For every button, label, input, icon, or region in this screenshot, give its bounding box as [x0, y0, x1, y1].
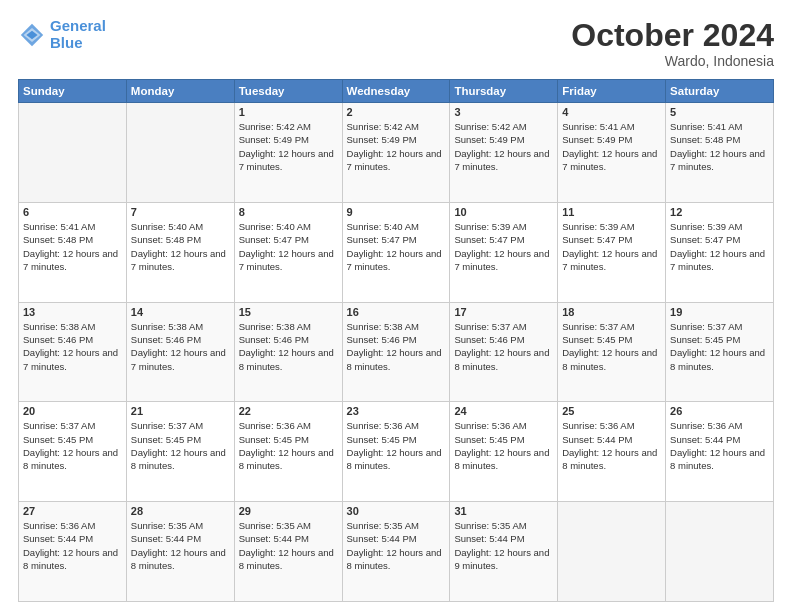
logo-blue: Blue [50, 34, 83, 51]
day-number: 22 [239, 405, 338, 417]
calendar-cell: 27Sunrise: 5:36 AMSunset: 5:44 PMDayligh… [19, 502, 127, 602]
cell-line: Sunrise: 5:39 AM [670, 220, 769, 233]
day-header-wednesday: Wednesday [342, 80, 450, 103]
cell-line: Daylight: 12 hours and 7 minutes. [239, 147, 338, 174]
day-number: 16 [347, 306, 446, 318]
cell-line: Sunrise: 5:40 AM [131, 220, 230, 233]
cell-info: Sunrise: 5:38 AMSunset: 5:46 PMDaylight:… [23, 320, 122, 373]
cell-info: Sunrise: 5:36 AMSunset: 5:44 PMDaylight:… [23, 519, 122, 572]
day-number: 5 [670, 106, 769, 118]
cell-line: Daylight: 12 hours and 8 minutes. [562, 346, 661, 373]
cell-line: Daylight: 12 hours and 7 minutes. [562, 147, 661, 174]
cell-line: Daylight: 12 hours and 8 minutes. [454, 346, 553, 373]
cell-line: Sunrise: 5:37 AM [23, 419, 122, 432]
month-title: October 2024 [571, 18, 774, 53]
cell-line: Sunrise: 5:40 AM [347, 220, 446, 233]
header: General Blue October 2024 Wardo, Indones… [18, 18, 774, 69]
cell-info: Sunrise: 5:35 AMSunset: 5:44 PMDaylight:… [454, 519, 553, 572]
day-header-saturday: Saturday [666, 80, 774, 103]
cell-info: Sunrise: 5:37 AMSunset: 5:45 PMDaylight:… [23, 419, 122, 472]
cell-line: Sunrise: 5:35 AM [347, 519, 446, 532]
cell-info: Sunrise: 5:41 AMSunset: 5:48 PMDaylight:… [23, 220, 122, 273]
cell-line: Sunrise: 5:37 AM [454, 320, 553, 333]
cell-line: Daylight: 12 hours and 7 minutes. [131, 346, 230, 373]
calendar-cell [19, 103, 127, 203]
logo-general: General [50, 17, 106, 34]
cell-line: Daylight: 12 hours and 7 minutes. [670, 247, 769, 274]
day-number: 28 [131, 505, 230, 517]
cell-line: Sunrise: 5:39 AM [454, 220, 553, 233]
day-number: 8 [239, 206, 338, 218]
cell-line: Sunset: 5:47 PM [670, 233, 769, 246]
cell-line: Daylight: 12 hours and 8 minutes. [670, 346, 769, 373]
calendar-cell: 5Sunrise: 5:41 AMSunset: 5:48 PMDaylight… [666, 103, 774, 203]
cell-info: Sunrise: 5:38 AMSunset: 5:46 PMDaylight:… [239, 320, 338, 373]
day-header-thursday: Thursday [450, 80, 558, 103]
cell-line: Sunset: 5:46 PM [131, 333, 230, 346]
cell-line: Sunrise: 5:35 AM [239, 519, 338, 532]
logo-icon [18, 21, 46, 49]
day-number: 7 [131, 206, 230, 218]
day-header-sunday: Sunday [19, 80, 127, 103]
cell-line: Sunset: 5:46 PM [23, 333, 122, 346]
cell-line: Sunset: 5:45 PM [131, 433, 230, 446]
calendar-cell: 15Sunrise: 5:38 AMSunset: 5:46 PMDayligh… [234, 302, 342, 402]
calendar-cell: 6Sunrise: 5:41 AMSunset: 5:48 PMDaylight… [19, 202, 127, 302]
cell-info: Sunrise: 5:42 AMSunset: 5:49 PMDaylight:… [347, 120, 446, 173]
calendar-cell: 11Sunrise: 5:39 AMSunset: 5:47 PMDayligh… [558, 202, 666, 302]
day-number: 18 [562, 306, 661, 318]
cell-info: Sunrise: 5:39 AMSunset: 5:47 PMDaylight:… [670, 220, 769, 273]
cell-line: Sunrise: 5:41 AM [670, 120, 769, 133]
title-block: October 2024 Wardo, Indonesia [571, 18, 774, 69]
calendar-cell: 28Sunrise: 5:35 AMSunset: 5:44 PMDayligh… [126, 502, 234, 602]
cell-info: Sunrise: 5:41 AMSunset: 5:49 PMDaylight:… [562, 120, 661, 173]
cell-line: Sunset: 5:45 PM [347, 433, 446, 446]
cell-info: Sunrise: 5:42 AMSunset: 5:49 PMDaylight:… [239, 120, 338, 173]
cell-line: Sunrise: 5:42 AM [454, 120, 553, 133]
calendar-cell: 9Sunrise: 5:40 AMSunset: 5:47 PMDaylight… [342, 202, 450, 302]
cell-line: Sunset: 5:46 PM [347, 333, 446, 346]
day-number: 19 [670, 306, 769, 318]
cell-line: Sunrise: 5:37 AM [670, 320, 769, 333]
cell-line: Sunrise: 5:39 AM [562, 220, 661, 233]
day-number: 26 [670, 405, 769, 417]
cell-info: Sunrise: 5:38 AMSunset: 5:46 PMDaylight:… [131, 320, 230, 373]
cell-line: Sunset: 5:45 PM [454, 433, 553, 446]
cell-info: Sunrise: 5:36 AMSunset: 5:45 PMDaylight:… [347, 419, 446, 472]
cell-line: Daylight: 12 hours and 8 minutes. [347, 546, 446, 573]
cell-line: Sunset: 5:44 PM [454, 532, 553, 545]
cell-line: Sunrise: 5:41 AM [562, 120, 661, 133]
cell-info: Sunrise: 5:37 AMSunset: 5:45 PMDaylight:… [670, 320, 769, 373]
cell-line: Sunset: 5:49 PM [562, 133, 661, 146]
cell-line: Daylight: 12 hours and 8 minutes. [347, 446, 446, 473]
day-number: 9 [347, 206, 446, 218]
calendar-cell: 17Sunrise: 5:37 AMSunset: 5:46 PMDayligh… [450, 302, 558, 402]
cell-line: Daylight: 12 hours and 8 minutes. [347, 346, 446, 373]
cell-info: Sunrise: 5:39 AMSunset: 5:47 PMDaylight:… [454, 220, 553, 273]
day-number: 4 [562, 106, 661, 118]
calendar-cell: 21Sunrise: 5:37 AMSunset: 5:45 PMDayligh… [126, 402, 234, 502]
day-number: 3 [454, 106, 553, 118]
cell-line: Sunset: 5:47 PM [347, 233, 446, 246]
cell-line: Sunset: 5:45 PM [23, 433, 122, 446]
day-number: 21 [131, 405, 230, 417]
cell-line: Daylight: 12 hours and 7 minutes. [670, 147, 769, 174]
day-number: 2 [347, 106, 446, 118]
day-header-monday: Monday [126, 80, 234, 103]
calendar-cell: 30Sunrise: 5:35 AMSunset: 5:44 PMDayligh… [342, 502, 450, 602]
calendar-cell: 10Sunrise: 5:39 AMSunset: 5:47 PMDayligh… [450, 202, 558, 302]
cell-line: Daylight: 12 hours and 8 minutes. [23, 446, 122, 473]
cell-line: Sunrise: 5:38 AM [239, 320, 338, 333]
cell-line: Sunset: 5:44 PM [131, 532, 230, 545]
calendar-cell: 23Sunrise: 5:36 AMSunset: 5:45 PMDayligh… [342, 402, 450, 502]
cell-line: Daylight: 12 hours and 8 minutes. [239, 446, 338, 473]
cell-info: Sunrise: 5:35 AMSunset: 5:44 PMDaylight:… [347, 519, 446, 572]
cell-line: Sunset: 5:45 PM [670, 333, 769, 346]
cell-line: Daylight: 12 hours and 8 minutes. [23, 546, 122, 573]
cell-info: Sunrise: 5:36 AMSunset: 5:45 PMDaylight:… [454, 419, 553, 472]
calendar-cell: 22Sunrise: 5:36 AMSunset: 5:45 PMDayligh… [234, 402, 342, 502]
cell-line: Daylight: 12 hours and 9 minutes. [454, 546, 553, 573]
calendar-cell [126, 103, 234, 203]
calendar: SundayMondayTuesdayWednesdayThursdayFrid… [18, 79, 774, 602]
day-number: 27 [23, 505, 122, 517]
